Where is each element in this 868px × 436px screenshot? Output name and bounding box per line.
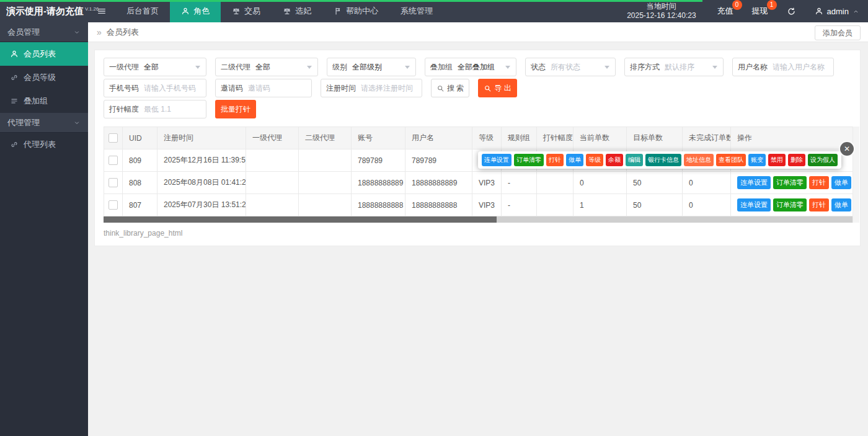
popup-action-button[interactable]: 禁用 [768, 154, 786, 166]
add-member-button[interactable]: 添加会员 [815, 25, 861, 40]
popup-action-button[interactable]: 余额 [606, 154, 623, 166]
caret-down-icon [307, 66, 312, 69]
popup-action-button[interactable]: 打针 [546, 154, 564, 166]
refresh-button[interactable] [787, 7, 796, 16]
select-all-checkbox[interactable] [108, 133, 118, 143]
popup-action-button[interactable]: 银行卡信息 [645, 154, 681, 166]
popup-action-button[interactable]: 账变 [748, 154, 766, 166]
caret-down-icon [195, 66, 200, 69]
recharge-badge: 0 [732, 0, 742, 10]
caret-down-icon [505, 66, 510, 69]
popup-action-button[interactable]: 编辑 [626, 154, 643, 166]
popup-action-button[interactable]: 设为假人 [808, 154, 838, 166]
row-action-button[interactable]: 做单 [831, 176, 851, 189]
popup-action-button[interactable]: 查看团队 [716, 154, 746, 166]
filter-select-1[interactable]: 一级代理全部 [104, 58, 206, 76]
filter-select-2[interactable]: 二级代理全部 [215, 58, 318, 76]
recharge-button[interactable]: 充值 0 [717, 6, 733, 17]
chevron-down-icon [73, 119, 81, 127]
sidebar-item-2-1[interactable]: 代理列表 [0, 133, 88, 156]
table-cell [537, 172, 574, 194]
user-name: admin [827, 7, 849, 16]
horizontal-scrollbar[interactable] [104, 216, 854, 223]
close-icon[interactable]: ✕ [840, 142, 854, 156]
top-nav-item-1[interactable]: 后台首页 [115, 0, 170, 22]
filter-label: 排序方式 [625, 62, 665, 73]
sidebar-group-1[interactable]: 会员管理 [0, 22, 88, 42]
filter-label: 用户名称 [733, 62, 773, 73]
filter-select-6[interactable]: 排序方式默认排序 [624, 58, 724, 76]
breadcrumb-title: 会员列表 [107, 27, 139, 38]
list-icon [10, 97, 19, 105]
horizontal-scrollbar-thumb[interactable] [104, 216, 497, 223]
row-action-button[interactable]: 订单清零 [773, 198, 807, 211]
row-action-button[interactable]: 连单设置 [737, 176, 771, 189]
search-button[interactable]: 搜 索 [431, 79, 469, 97]
filter-label: 级别 [327, 62, 352, 73]
regtime-group: 注册时间 [321, 79, 422, 97]
top-nav-item-2[interactable]: 角色 [170, 0, 221, 22]
sidebar-item-1-2[interactable]: 会员等级 [0, 66, 88, 89]
row-checkbox[interactable] [108, 178, 118, 187]
table-cell: 789789 [352, 149, 405, 172]
row-action-button[interactable]: 做单 [831, 198, 851, 211]
top-nav-item-4[interactable]: 选妃 [272, 0, 322, 22]
table-cell: 50 [627, 194, 683, 216]
member-list-panel: 一级代理全部二级代理全部级别全部级别叠加组全部叠加组状态所有状态排序方式默认排序… [94, 50, 861, 246]
top-nav-item-3[interactable]: 交易 [221, 0, 272, 22]
user-menu[interactable]: admin [815, 7, 859, 16]
top-nav-item-5[interactable]: 帮助中心 [322, 0, 389, 22]
table-cell: 2025年07月30日 13:51:27 [157, 194, 246, 216]
sidebar-group-2[interactable]: 代理管理 [0, 113, 88, 133]
regtime-input[interactable] [361, 84, 422, 92]
table-row: 8072025年07月30日 13:51:2718888888888188888… [104, 194, 855, 216]
row-actions-popup: 连单设置订单清零打针做单等级余额编辑银行卡信息地址信息查看团队账变禁用删除设为假… [478, 151, 841, 169]
filter-select-4[interactable]: 叠加组全部叠加组 [425, 58, 516, 76]
filter-select-3[interactable]: 级别全部级别 [327, 58, 416, 76]
select-all-header [104, 127, 123, 149]
withdraw-button[interactable]: 提现 1 [752, 6, 768, 17]
filter-select-value: 所有状态 [551, 62, 602, 73]
sidebar-item-label: 会员等级 [24, 72, 56, 83]
amplitude-input[interactable] [144, 105, 206, 113]
row-checkbox[interactable] [108, 200, 118, 210]
filter-row-3: 打针幅度批量打针 [104, 100, 256, 118]
popup-action-button[interactable]: 做单 [566, 154, 583, 166]
column-header: 注册时间 [157, 127, 246, 149]
loading-progress-bar [0, 0, 702, 2]
top-nav-label: 系统管理 [401, 6, 433, 17]
phone-input[interactable] [144, 84, 206, 92]
sidebar: 会员管理会员列表会员等级叠加组代理管理代理列表 [0, 22, 88, 436]
row-checkbox[interactable] [108, 156, 118, 165]
top-nav-label: 交易 [244, 6, 260, 17]
member-table: UID注册时间一级代理二级代理账号用户名等级规则组打针幅度当前单数目标单数未完成… [104, 127, 855, 216]
popup-action-button[interactable]: 地址信息 [684, 154, 714, 166]
invite-input[interactable] [248, 84, 311, 92]
batch-inject-button[interactable]: 批量打针 [215, 100, 256, 118]
table-cell: - [502, 194, 537, 216]
refresh-icon [787, 7, 796, 16]
caret-down-icon [712, 66, 717, 69]
table-cell [299, 194, 352, 216]
filter-label: 邀请码 [216, 83, 248, 94]
top-nav-item-6[interactable]: 系统管理 [389, 0, 444, 22]
row-action-button[interactable]: 订单清零 [773, 176, 807, 189]
filter-select-value: 全部叠加组 [458, 62, 503, 73]
column-header: UID [123, 127, 157, 149]
popup-action-button[interactable]: 删除 [788, 154, 805, 166]
row-action-button[interactable]: 打针 [809, 176, 829, 189]
popup-action-button[interactable]: 等级 [586, 154, 603, 166]
column-header: 未完成订单数 [683, 127, 731, 149]
sidebar-item-1-3[interactable]: 叠加组 [0, 89, 88, 113]
table-cell: 18888888888 [405, 194, 472, 216]
filter-select-5[interactable]: 状态所有状态 [525, 58, 616, 76]
export-button[interactable]: 导 出 [478, 79, 516, 97]
row-action-button[interactable]: 打针 [809, 198, 829, 211]
popup-action-button[interactable]: 连单设置 [482, 154, 512, 166]
sidebar-item-1-1[interactable]: 会员列表 [0, 42, 88, 66]
popup-action-button[interactable]: 订单清零 [514, 154, 544, 166]
row-action-button[interactable]: 连单设置 [737, 198, 771, 211]
username-input[interactable] [773, 63, 833, 71]
link-icon [10, 73, 19, 82]
vertical-scrollbar-track[interactable] [852, 127, 859, 223]
